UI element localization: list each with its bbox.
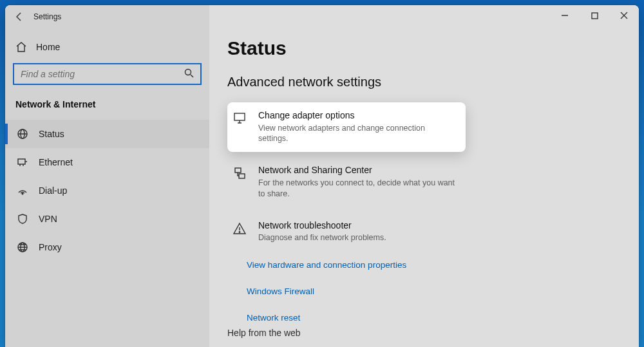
window-controls xyxy=(550,5,639,26)
app-title: Settings xyxy=(33,12,61,21)
network-share-icon xyxy=(232,166,247,180)
sidebar-item-dialup[interactable]: Dial-up xyxy=(5,176,209,205)
svg-rect-9 xyxy=(235,168,241,173)
back-button[interactable] xyxy=(5,5,33,28)
links-group: View hardware and connection properties … xyxy=(247,256,621,326)
option-subtitle: Diagnose and fix network problems. xyxy=(258,232,386,243)
sidebar-item-vpn[interactable]: VPN xyxy=(5,205,209,233)
close-icon xyxy=(620,12,628,19)
sidebar-item-status[interactable]: Status xyxy=(5,120,209,148)
globe-icon xyxy=(17,128,28,140)
svg-rect-0 xyxy=(592,13,598,19)
link-network-reset[interactable]: Network reset xyxy=(247,309,621,326)
option-sharing-center[interactable]: Network and Sharing Center For the netwo… xyxy=(227,157,466,207)
option-title: Network and Sharing Center xyxy=(258,165,457,176)
arrow-left-icon xyxy=(14,12,24,22)
warning-triangle-icon xyxy=(232,221,247,236)
maximize-icon xyxy=(591,12,598,19)
sidebar-item-proxy[interactable]: Proxy xyxy=(5,233,209,261)
option-troubleshooter[interactable]: Network troubleshooter Diagnose and fix … xyxy=(227,212,466,251)
nav-label: Ethernet xyxy=(39,157,73,167)
svg-rect-10 xyxy=(239,174,245,178)
ethernet-icon xyxy=(17,156,28,168)
option-subtitle: For the networks you connect to, decide … xyxy=(258,178,457,200)
monitor-icon xyxy=(232,111,247,126)
minimize-icon xyxy=(561,12,569,19)
option-title: Network troubleshooter xyxy=(258,220,386,232)
nav-label: Status xyxy=(39,129,64,139)
main-content: Status Advanced network settings Change … xyxy=(209,5,639,347)
section-title: Advanced network settings xyxy=(227,75,621,89)
svg-rect-4 xyxy=(18,159,25,164)
home-icon xyxy=(15,41,27,53)
nav-label: Dial-up xyxy=(39,185,67,196)
minimize-button[interactable] xyxy=(550,5,580,26)
maximize-button[interactable] xyxy=(580,5,609,26)
globe-icon xyxy=(17,241,28,253)
link-windows-firewall[interactable]: Windows Firewall xyxy=(247,283,621,300)
page-title: Status xyxy=(227,37,621,59)
option-title: Change adapter options xyxy=(258,110,457,122)
svg-point-11 xyxy=(239,231,240,232)
link-hardware-props[interactable]: View hardware and connection properties xyxy=(247,256,621,274)
sidebar-item-home[interactable]: Home xyxy=(5,36,209,59)
svg-point-1 xyxy=(185,69,191,75)
close-button[interactable] xyxy=(609,5,639,26)
dialup-icon xyxy=(17,185,28,196)
search-field[interactable] xyxy=(13,63,202,85)
search-container xyxy=(13,63,202,85)
option-change-adapter[interactable]: Change adapter options View network adap… xyxy=(227,102,466,152)
sidebar: Home Network & Internet Status xyxy=(5,5,209,347)
search-icon xyxy=(184,68,194,80)
shield-icon xyxy=(17,213,28,225)
svg-point-5 xyxy=(22,193,23,194)
settings-window: Settings Home Network & Internet xyxy=(5,5,639,347)
option-subtitle: View network adapters and change connect… xyxy=(258,123,457,145)
nav-label: VPN xyxy=(39,214,57,224)
nav-label: Proxy xyxy=(39,242,62,252)
titlebar: Settings xyxy=(5,5,639,28)
sidebar-nav: Status Ethernet Dial-up VPN xyxy=(5,120,209,261)
sidebar-item-ethernet[interactable]: Ethernet xyxy=(5,148,209,176)
sidebar-group-title: Network & Internet xyxy=(5,97,209,120)
home-label: Home xyxy=(36,42,60,52)
svg-rect-8 xyxy=(234,113,245,120)
help-section-title: Help from the web xyxy=(227,328,301,338)
search-input[interactable] xyxy=(21,69,179,79)
